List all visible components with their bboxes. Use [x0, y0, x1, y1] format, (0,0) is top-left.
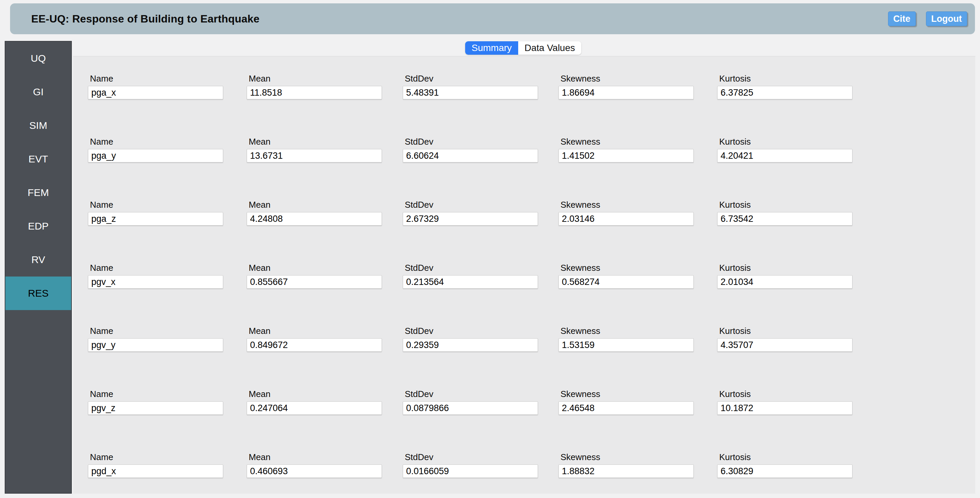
stddev-field: StdDev	[403, 326, 538, 352]
mean-input[interactable]	[247, 149, 382, 162]
name-label: Name	[88, 74, 223, 83]
edp-summary-row: Name Mean StdDev Skewness Kurtosis	[88, 453, 940, 495]
kurtosis-field: Kurtosis	[717, 74, 853, 99]
stddev-field: StdDev	[403, 263, 538, 289]
name-input[interactable]	[88, 275, 223, 289]
name-input[interactable]	[88, 149, 223, 162]
name-label: Name	[88, 390, 223, 398]
name-field: Name	[88, 74, 223, 99]
sidebar-item-res[interactable]: RES	[5, 277, 71, 310]
mean-label: Mean	[247, 326, 382, 335]
sidebar-item-fem[interactable]: FEM	[5, 176, 71, 209]
skewness-field: Skewness	[558, 326, 694, 352]
kurtosis-input[interactable]	[717, 401, 853, 415]
stddev-input[interactable]	[403, 275, 538, 289]
edp-summary-row: Name Mean StdDev Skewness Kurtosis	[88, 200, 940, 242]
kurtosis-label: Kurtosis	[717, 326, 853, 335]
name-input[interactable]	[88, 401, 223, 415]
skewness-label: Skewness	[558, 263, 694, 272]
kurtosis-input[interactable]	[717, 338, 853, 352]
mean-label: Mean	[247, 200, 382, 209]
kurtosis-label: Kurtosis	[717, 390, 853, 398]
skewness-field: Skewness	[558, 137, 694, 162]
name-label: Name	[88, 326, 223, 335]
mean-input[interactable]	[247, 465, 382, 478]
name-field: Name	[88, 390, 223, 415]
mean-input[interactable]	[247, 212, 382, 226]
stddev-field: StdDev	[403, 137, 538, 162]
stddev-input[interactable]	[403, 149, 538, 162]
stddev-input[interactable]	[403, 338, 538, 352]
name-field: Name	[88, 263, 223, 289]
name-label: Name	[88, 137, 223, 146]
skewness-input[interactable]	[558, 338, 694, 352]
kurtosis-input[interactable]	[717, 275, 853, 289]
stddev-input[interactable]	[403, 401, 538, 415]
mean-input[interactable]	[247, 275, 382, 289]
name-field: Name	[88, 326, 223, 352]
skewness-input[interactable]	[558, 86, 694, 99]
name-input[interactable]	[88, 465, 223, 478]
stddev-label: StdDev	[403, 74, 538, 83]
kurtosis-input[interactable]	[717, 86, 853, 99]
name-field: Name	[88, 137, 223, 162]
sidebar-item-sim[interactable]: SIM	[5, 109, 71, 142]
skewness-field: Skewness	[558, 200, 694, 226]
header-bar: EE-UQ: Response of Building to Earthquak…	[10, 3, 975, 34]
stddev-label: StdDev	[403, 390, 538, 398]
tab-summary[interactable]: Summary	[465, 41, 518, 55]
mean-field: Mean	[247, 453, 382, 478]
cite-button[interactable]: Cite	[888, 11, 916, 26]
stddev-label: StdDev	[403, 137, 538, 146]
sidebar-item-evt[interactable]: EVT	[5, 142, 71, 176]
skewness-input[interactable]	[558, 149, 694, 162]
kurtosis-label: Kurtosis	[717, 200, 853, 209]
stddev-field: StdDev	[403, 453, 538, 478]
stddev-label: StdDev	[403, 453, 538, 461]
skewness-label: Skewness	[558, 137, 694, 146]
name-label: Name	[88, 263, 223, 272]
sidebar-item-uq[interactable]: UQ	[5, 41, 71, 75]
sidebar: UQ GI SIM EVT FEM EDP RV RES	[5, 41, 72, 494]
skewness-field: Skewness	[558, 390, 694, 415]
sidebar-item-rv[interactable]: RV	[5, 243, 71, 277]
skewness-label: Skewness	[558, 390, 694, 398]
mean-field: Mean	[247, 137, 382, 162]
name-input[interactable]	[88, 338, 223, 352]
stddev-label: StdDev	[403, 326, 538, 335]
name-input[interactable]	[88, 86, 223, 99]
skewness-input[interactable]	[558, 212, 694, 226]
stddev-field: StdDev	[403, 74, 538, 99]
logout-button[interactable]: Logout	[926, 11, 967, 26]
sidebar-item-edp[interactable]: EDP	[5, 209, 71, 243]
mean-input[interactable]	[247, 86, 382, 99]
edp-summary-row: Name Mean StdDev Skewness Kurtosis	[88, 137, 940, 179]
stddev-input[interactable]	[403, 465, 538, 478]
skewness-input[interactable]	[558, 275, 694, 289]
app-window: EE-UQ: Response of Building to Earthquak…	[0, 0, 980, 498]
skewness-input[interactable]	[558, 465, 694, 478]
stddev-field: StdDev	[403, 200, 538, 226]
skewness-input[interactable]	[558, 401, 694, 415]
skewness-label: Skewness	[558, 74, 694, 83]
skewness-field: Skewness	[558, 263, 694, 289]
skewness-label: Skewness	[558, 453, 694, 461]
name-field: Name	[88, 200, 223, 226]
stddev-field: StdDev	[403, 390, 538, 415]
sidebar-item-gi[interactable]: GI	[5, 75, 71, 109]
kurtosis-field: Kurtosis	[717, 137, 853, 162]
edp-summary-row: Name Mean StdDev Skewness Kurtosis	[88, 326, 940, 369]
name-label: Name	[88, 200, 223, 209]
kurtosis-input[interactable]	[717, 212, 853, 226]
kurtosis-input[interactable]	[717, 465, 853, 478]
name-input[interactable]	[88, 212, 223, 226]
mean-input[interactable]	[247, 401, 382, 415]
mean-input[interactable]	[247, 338, 382, 352]
mean-label: Mean	[247, 74, 382, 83]
results-summary-panel: Name Mean StdDev Skewness Kurtosis Name …	[73, 56, 975, 494]
tab-data-values[interactable]: Data Values	[518, 41, 581, 55]
stddev-input[interactable]	[403, 86, 538, 99]
kurtosis-input[interactable]	[717, 149, 853, 162]
stddev-input[interactable]	[403, 212, 538, 226]
kurtosis-label: Kurtosis	[717, 453, 853, 461]
